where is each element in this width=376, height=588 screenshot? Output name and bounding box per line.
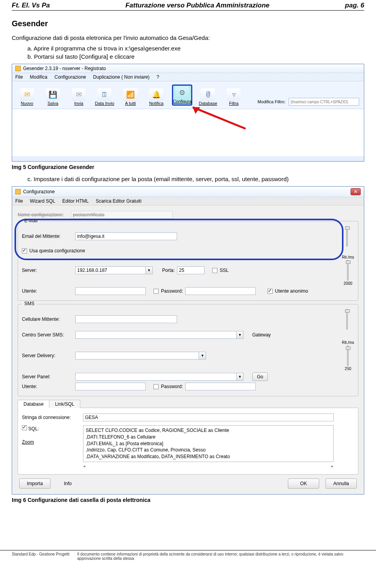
email-legend: E-Mail	[22, 218, 40, 223]
sms-center-label: Centro Server SMS:	[22, 332, 73, 338]
toolbar-salva[interactable]: 💾 Salva	[43, 88, 63, 106]
sms-panel-input[interactable]	[75, 373, 237, 381]
email-slider-1[interactable]	[346, 226, 348, 246]
sql-textarea[interactable]: SELECT CLFO.CODICE as Codice, RAGIONE_SO…	[83, 425, 334, 462]
email-from-input[interactable]	[75, 232, 177, 240]
sql-scroll-left-icon[interactable]: ◂	[83, 464, 85, 469]
sms-rit-value: 250	[345, 367, 351, 371]
dlg-menu-wizard[interactable]: Wizard SQL	[30, 198, 55, 204]
sms-user-input[interactable]	[75, 383, 146, 390]
dlg-menu-editor[interactable]: Editor HTML	[62, 198, 89, 204]
email-user-input[interactable]	[75, 287, 146, 295]
toolbar-atutti[interactable]: 📶 A tutti	[120, 88, 141, 106]
sms-slider-1[interactable]	[346, 309, 348, 329]
footer-info-label: Info	[64, 481, 72, 486]
email-password-label: Password:	[161, 288, 183, 294]
port-input[interactable]	[177, 266, 204, 274]
sms-password-label: Password:	[161, 384, 183, 389]
page-footer: Standard Edp - Gestione Progetti Il docu…	[0, 550, 376, 565]
sql-scrollbar[interactable]: ◂ ▸	[83, 464, 334, 469]
ssl-checkbox[interactable]	[212, 268, 217, 273]
sms-slider-rit[interactable]: Rit./ms 250	[342, 340, 354, 371]
dlg-menu-download[interactable]: Scarica Editor Gratuiti	[96, 198, 141, 204]
figure6-caption: Img 6 Configurazione dati casella di pos…	[12, 497, 364, 503]
window-titlebar: Gesender 2.3.19 - nsserver - Registrato	[12, 64, 364, 73]
menu-modifica[interactable]: Modifica	[30, 74, 47, 80]
sql-scroll-right-icon[interactable]: ▸	[331, 464, 334, 469]
close-button[interactable]: ✕	[351, 188, 361, 195]
toolbar-salva-label: Salva	[47, 101, 58, 106]
email-password-input[interactable]	[185, 287, 256, 295]
page-footer-left: Standard Edp - Gestione Progetti	[12, 552, 69, 561]
menu-help[interactable]: ?	[157, 74, 159, 80]
anon-checkbox[interactable]	[268, 289, 273, 294]
sms-delivery-label: Server Delivery:	[22, 353, 73, 358]
menu-file[interactable]: File	[15, 74, 23, 80]
save-icon: 💾	[46, 88, 60, 101]
sms-cell-label: Cellulare Mittente:	[22, 316, 73, 322]
toolbar-database[interactable]: 🛢 Database	[198, 88, 218, 106]
conn-label: Stringa di connessione:	[22, 415, 81, 420]
toolbar-configura-label: Configura	[173, 99, 192, 104]
dialog-footer: Importa Info OK Annulla	[18, 475, 358, 489]
dialog-title: Configurazione	[23, 189, 55, 194]
dlg-menu-file[interactable]: File	[15, 198, 23, 204]
server-input[interactable]	[75, 266, 146, 274]
sms-delivery-dropdown-icon[interactable]: ▼	[199, 352, 206, 360]
bell-icon: 🔔	[149, 88, 163, 101]
toolbar-data-invio[interactable]: 🗓 Data Invio	[94, 88, 115, 106]
filter-input[interactable]	[289, 98, 359, 106]
step-b: b. Portarsi sul tasto [Configura] e clic…	[27, 53, 364, 60]
step-a: a. Aprire il programma che si trova in x…	[27, 45, 364, 52]
calendar-icon: 🗓	[98, 88, 112, 101]
funnel-icon: ▿	[227, 88, 241, 101]
toolbar-invia[interactable]: ✉ Invia	[69, 88, 89, 106]
toolbar-nuovo[interactable]: ✉ Nuovo	[17, 88, 37, 106]
zoom-link[interactable]: Zoom	[22, 439, 81, 445]
section-title: Gesender	[12, 19, 364, 28]
server-label: Server:	[22, 268, 73, 273]
conn-input[interactable]	[83, 414, 334, 421]
sms-gateway-label: Gateway	[252, 332, 271, 338]
toolbar-filtra[interactable]: ▿ Filtra	[224, 88, 244, 106]
toolbar: ✉ Nuovo 💾 Salva ✉ Invia 🗓 Data Invio 📶 A…	[12, 81, 364, 109]
menu-duplicazione[interactable]: Duplicazione ( Non inviare)	[93, 74, 150, 80]
port-label: Porta:	[162, 268, 175, 273]
cancel-button[interactable]: Annulla	[325, 478, 357, 489]
page-footer-right: Il documento contiene informazioni di pr…	[77, 552, 364, 561]
menubar: File Modifica Configurazione Duplicazion…	[12, 73, 364, 81]
intro-text: Configurazione dati di posta eletronica …	[12, 34, 364, 41]
gesender-window: Gesender 2.3.19 - nsserver - Registrato …	[12, 64, 364, 162]
sms-cell-input[interactable]	[75, 315, 177, 323]
email-slider-rit[interactable]: Rit./ms 2000	[342, 255, 354, 286]
database-icon: 🛢	[201, 88, 215, 101]
email-pw-checkbox[interactable]	[154, 289, 159, 294]
sms-center-input[interactable]	[75, 331, 237, 339]
server-dropdown-icon[interactable]: ▼	[146, 266, 153, 274]
import-button[interactable]: Importa	[19, 478, 51, 489]
send-icon: ✉	[72, 88, 86, 101]
sms-go-button[interactable]: Go	[252, 372, 268, 381]
sms-password-input[interactable]	[185, 383, 256, 390]
email-rit-label: Rit./ms	[342, 255, 354, 259]
tab-linksql[interactable]: Link/SQL	[49, 400, 80, 408]
toolbar-configura[interactable]: ⚙ Configura	[172, 85, 192, 106]
sql-checkbox[interactable]	[22, 425, 27, 430]
email-rit-value: 2000	[343, 281, 352, 286]
tab-database[interactable]: Database	[18, 400, 49, 408]
sms-panel-dropdown-icon[interactable]: ▼	[237, 373, 244, 381]
config-name-input[interactable]	[71, 211, 173, 219]
use-config-checkbox[interactable]	[22, 248, 27, 254]
dialog-menubar: File Wizard SQL Editor HTML Scarica Edit…	[12, 197, 364, 205]
doc-header: Ft. El. Vs Pa Fatturazione verso Pubblic…	[0, 0, 376, 10]
sms-center-dropdown-icon[interactable]: ▼	[237, 331, 244, 339]
toolbar-notifica[interactable]: 🔔 Notifica	[146, 88, 166, 106]
app-icon	[15, 66, 21, 71]
sms-delivery-input[interactable]	[75, 352, 199, 360]
menu-configurazione[interactable]: Configurazione	[54, 74, 86, 80]
ok-button[interactable]: OK	[288, 478, 319, 489]
toolbar-invia-label: Invia	[74, 101, 83, 106]
sms-pw-checkbox[interactable]	[154, 384, 159, 389]
new-icon: ✉	[20, 88, 34, 101]
toolbar-database-label: Database	[199, 101, 217, 106]
